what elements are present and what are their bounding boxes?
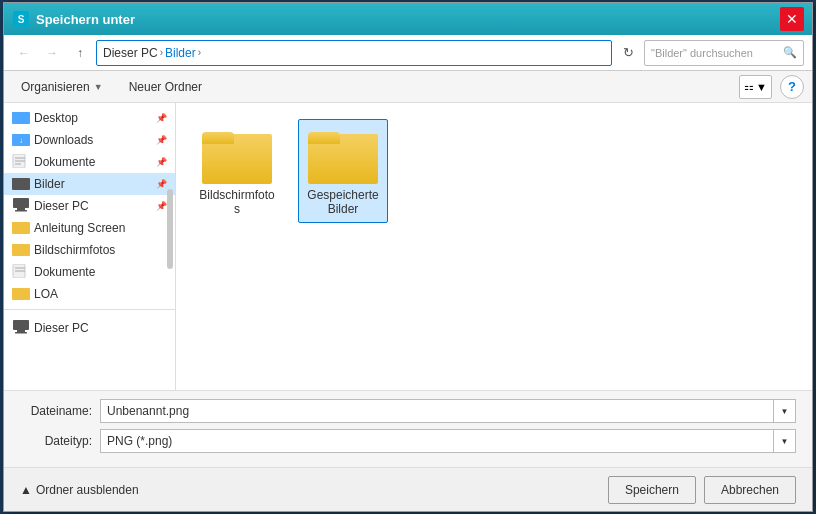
up-button[interactable]: ↑ — [68, 41, 92, 65]
title-bar: S Speichern unter ✕ — [4, 3, 812, 35]
sidebar-item-dieser-pc[interactable]: Dieser PC 📌 — [4, 195, 175, 217]
sidebar-item-dokumente[interactable]: Dokumente 📌 — [4, 151, 175, 173]
filename-dropdown[interactable]: ▼ — [774, 399, 796, 423]
search-placeholder: "Bilder" durchsuchen — [651, 47, 753, 59]
folder-label-gespeicherte-bilder: Gespeicherte Bilder — [305, 188, 381, 216]
sidebar-item-bilder[interactable]: Bilder 📌 — [4, 173, 175, 195]
path-separator-1: › — [160, 47, 163, 58]
forward-button[interactable]: → — [40, 41, 64, 65]
bildschirmfotos-folder-icon — [12, 242, 30, 258]
view-arrow: ▼ — [756, 81, 767, 93]
sidebar-item-bilder-label: Bilder — [34, 177, 65, 191]
sidebar-item-anleitung[interactable]: Anleitung Screen — [4, 217, 175, 239]
organize-arrow: ▼ — [94, 82, 103, 92]
view-icon: ⚏ — [744, 80, 754, 93]
search-box[interactable]: "Bilder" durchsuchen 🔍 — [644, 40, 804, 66]
main-pane: Bildschirmfotos Gespeicherte Bilder — [176, 103, 812, 390]
loa-folder-icon — [12, 286, 30, 302]
dialog-icon: S — [12, 10, 30, 28]
folder-blue-icon — [12, 110, 30, 126]
organize-label: Organisieren — [21, 80, 90, 94]
filename-row: Dateiname: ▼ — [20, 399, 796, 423]
sidebar-item-loa[interactable]: LOA — [4, 283, 175, 305]
pin-icon-dieser-pc: 📌 — [156, 201, 167, 211]
folder-label-bildschirmfotos: Bildschirmfotos — [199, 188, 275, 216]
address-path[interactable]: Dieser PC › Bilder › — [96, 40, 612, 66]
filetype-value: PNG (*.png) — [107, 434, 172, 448]
bottom-form: Dateiname: ▼ Dateityp: PNG (*.png) ▼ — [4, 390, 812, 467]
footer: ▲ Ordner ausblenden Speichern Abbrechen — [4, 467, 812, 511]
path-part-dieser-pc[interactable]: Dieser PC — [103, 46, 158, 60]
files-area: Bildschirmfotos Gespeicherte Bilder — [176, 103, 812, 390]
pin-icon-downloads: 📌 — [156, 135, 167, 145]
svg-rect-24 — [12, 288, 20, 292]
sidebar-item-bildschirmfotos-label: Bildschirmfotos — [34, 243, 115, 257]
filetype-row: Dateityp: PNG (*.png) ▼ — [20, 429, 796, 453]
view-button[interactable]: ⚏ ▼ — [739, 75, 772, 99]
filetype-display: PNG (*.png) — [100, 429, 774, 453]
svg-rect-25 — [13, 320, 29, 330]
path-separator-2: › — [198, 47, 201, 58]
svg-rect-12 — [12, 178, 20, 182]
sidebar-item-loa-label: LOA — [34, 287, 58, 301]
filename-label: Dateiname: — [20, 404, 100, 418]
svg-rect-14 — [17, 208, 25, 210]
doc2-icon — [12, 264, 30, 280]
bilder-folder-icon — [12, 176, 30, 192]
sidebar-item-downloads-label: Downloads — [34, 133, 93, 147]
refresh-button[interactable]: ↻ — [616, 41, 640, 65]
hide-label: Ordner ausblenden — [36, 483, 139, 497]
svg-rect-3 — [12, 112, 20, 116]
path-part-bilder[interactable]: Bilder — [165, 46, 196, 60]
sidebar-item-bildschirmfotos[interactable]: Bildschirmfotos — [4, 239, 175, 261]
folder-item-gespeicherte-bilder[interactable]: Gespeicherte Bilder — [298, 119, 388, 223]
sidebar-item-dieser-pc-label: Dieser PC — [34, 199, 89, 213]
search-icon: 🔍 — [783, 46, 797, 59]
svg-rect-13 — [13, 198, 29, 208]
svg-text:S: S — [18, 14, 25, 25]
toolbar: Organisieren ▼ Neuer Ordner ⚏ ▼ ? — [4, 71, 812, 103]
svg-rect-15 — [15, 210, 27, 212]
pin-icon-dokumente: 📌 — [156, 157, 167, 167]
sidebar: Desktop 📌 ↓ Downloads 📌 Dokumente 📌 — [4, 103, 176, 390]
hide-folders-button[interactable]: ▲ Ordner ausblenden — [20, 483, 139, 497]
hide-arrow: ▲ — [20, 483, 32, 497]
doc-icon — [12, 154, 30, 170]
sidebar-item-dokumente2[interactable]: Dokumente — [4, 261, 175, 283]
pc-icon — [12, 198, 30, 214]
sidebar-item-dokumente-label: Dokumente — [34, 155, 95, 169]
save-dialog: S Speichern unter ✕ ← → ↑ Dieser PC › Bi… — [3, 2, 813, 512]
filename-input[interactable] — [100, 399, 774, 423]
folder-icon-gespeicherte-bilder — [308, 126, 378, 184]
new-folder-button[interactable]: Neuer Ordner — [120, 75, 211, 99]
save-button[interactable]: Speichern — [608, 476, 696, 504]
organize-button[interactable]: Organisieren ▼ — [12, 75, 112, 99]
help-button[interactable]: ? — [780, 75, 804, 99]
svg-rect-17 — [12, 222, 20, 226]
address-bar: ← → ↑ Dieser PC › Bilder › ↻ "Bilder" du… — [4, 35, 812, 71]
filetype-dropdown[interactable]: ▼ — [774, 429, 796, 453]
sidebar-item-dieser-pc2[interactable]: Dieser PC — [4, 317, 175, 339]
pc2-icon — [12, 320, 30, 336]
sidebar-item-desktop-label: Desktop — [34, 111, 78, 125]
new-folder-label: Neuer Ordner — [129, 80, 202, 94]
close-button[interactable]: ✕ — [780, 7, 804, 31]
sidebar-separator — [4, 309, 175, 313]
downloads-folder-icon: ↓ — [12, 132, 30, 148]
cancel-button[interactable]: Abbrechen — [704, 476, 796, 504]
svg-text:↓: ↓ — [19, 136, 23, 145]
folder-item-bildschirmfotos[interactable]: Bildschirmfotos — [192, 119, 282, 223]
folder-icon-bildschirmfotos — [202, 126, 272, 184]
svg-rect-26 — [17, 330, 25, 332]
content-area: Desktop 📌 ↓ Downloads 📌 Dokumente 📌 — [4, 103, 812, 390]
footer-actions: Speichern Abbrechen — [608, 476, 796, 504]
back-button[interactable]: ← — [12, 41, 36, 65]
scroll-bar[interactable] — [167, 189, 173, 269]
pin-icon: 📌 — [156, 113, 167, 123]
sidebar-item-dieser-pc2-label: Dieser PC — [34, 321, 89, 335]
sidebar-item-desktop[interactable]: Desktop 📌 — [4, 107, 175, 129]
anleitung-folder-icon — [12, 220, 30, 236]
svg-rect-27 — [15, 332, 27, 334]
svg-rect-19 — [12, 244, 20, 248]
sidebar-item-downloads[interactable]: ↓ Downloads 📌 — [4, 129, 175, 151]
